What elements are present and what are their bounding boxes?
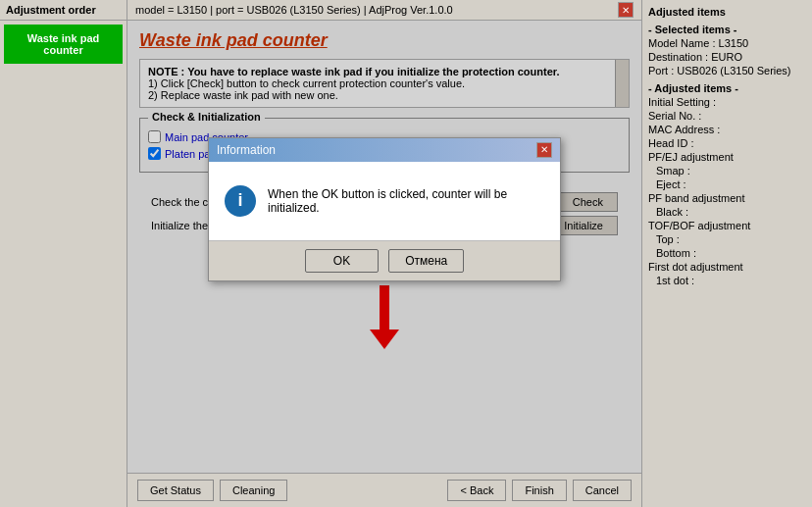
smap: Smap :: [648, 165, 806, 177]
cancel-button[interactable]: Cancel: [573, 480, 632, 501]
back-button[interactable]: < Back: [447, 480, 506, 501]
modal-footer: OK Отмена: [209, 240, 560, 280]
model-name: Model Name : L3150: [648, 37, 806, 49]
pf-ej: PF/EJ adjustment: [648, 151, 806, 163]
destination: Destination : EURO: [648, 51, 806, 63]
black: Black :: [648, 206, 806, 218]
adjusted-items-section: - Adjusted items -: [648, 82, 806, 94]
cleaning-button[interactable]: Cleaning: [220, 480, 287, 501]
modal-titlebar: Information ✕: [209, 138, 560, 162]
window-titlebar: model = L3150 | port = USB026 (L3150 Ser…: [127, 0, 641, 21]
info-icon: i: [225, 185, 256, 217]
sidebar: Adjustment order Waste ink pad counter: [0, 0, 127, 507]
modal-close-btn[interactable]: ✕: [536, 142, 552, 158]
footer-bar: Get Status Cleaning < Back Finish Cancel: [127, 473, 641, 507]
selected-items-section: - Selected items -: [648, 24, 806, 35]
modal-title: Information: [217, 143, 276, 157]
right-panel-title: Adjusted items: [648, 6, 806, 18]
modal-body: i When the OK button is clicked, counter…: [209, 162, 560, 240]
sidebar-header: Adjustment order: [0, 0, 127, 21]
first-dot-val: 1st dot :: [648, 275, 806, 286]
serial-no: Serial No. :: [648, 110, 806, 122]
sidebar-item-waste-pad[interactable]: Waste ink pad counter: [4, 25, 123, 64]
first-dot: First dot adjustment: [648, 261, 806, 273]
bottom: Bottom :: [648, 247, 806, 259]
modal-overlay: Information ✕ i When the OK button is cl…: [127, 21, 641, 473]
initial-setting: Initial Setting :: [648, 96, 806, 108]
mac-address: MAC Address :: [648, 124, 806, 135]
eject: Eject :: [648, 178, 806, 190]
window-close-btn[interactable]: ✕: [618, 2, 634, 18]
get-status-button[interactable]: Get Status: [137, 480, 214, 501]
right-panel: Adjusted items - Selected items - Model …: [641, 0, 812, 507]
modal-dialog: Information ✕ i When the OK button is cl…: [208, 137, 561, 281]
tof-bof: TOF/BOF adjustment: [648, 220, 806, 231]
top: Top :: [648, 233, 806, 245]
head-id: Head ID :: [648, 137, 806, 149]
window-title: model = L3150 | port = USB026 (L3150 Ser…: [135, 4, 453, 16]
modal-message: When the OK button is clicked, counter w…: [268, 187, 544, 215]
arrow-indicator: [355, 285, 414, 357]
content-panel: Waste ink pad counter NOTE : You have to…: [127, 21, 641, 473]
main-content: model = L3150 | port = USB026 (L3150 Ser…: [127, 0, 641, 507]
modal-ok-button[interactable]: OK: [305, 249, 379, 273]
svg-marker-1: [370, 285, 399, 349]
arrow-svg: [355, 285, 414, 354]
pf-band: PF band adjustment: [648, 192, 806, 204]
finish-button[interactable]: Finish: [512, 480, 566, 501]
port-info: Port : USB026 (L3150 Series): [648, 65, 806, 76]
modal-cancel-button[interactable]: Отмена: [388, 249, 464, 273]
